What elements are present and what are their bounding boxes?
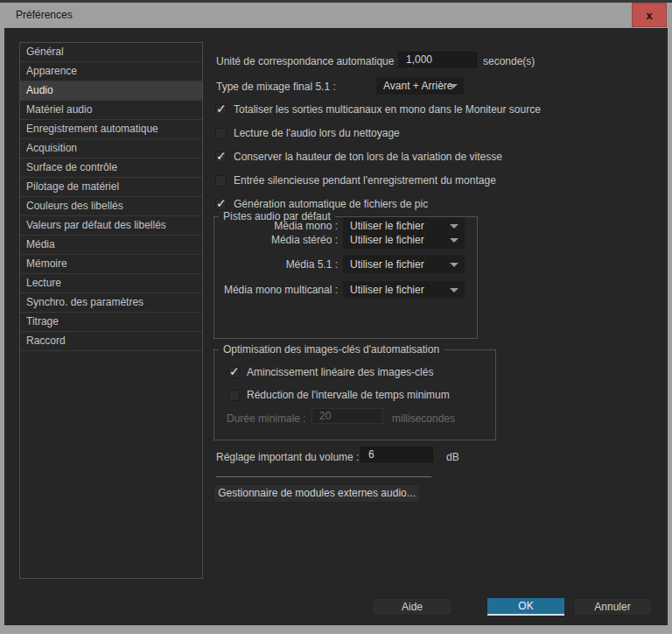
- sidebar-item-apparence[interactable]: Apparence: [20, 62, 202, 81]
- checkbox[interactable]: [215, 151, 227, 163]
- sidebar-item-enregistrement-automatique[interactable]: Enregistrement automatique: [20, 120, 202, 139]
- default-track-row: Média mono multicanal :Utiliser le fichi…: [214, 281, 477, 299]
- volume-adjustment-label: Réglage important du volume :: [216, 450, 359, 464]
- dropdown-value: Utiliser le fichier: [350, 220, 424, 232]
- automatch-unit-label: Unité de correspondance automatique :: [216, 54, 400, 68]
- min-duration-value: 20: [319, 410, 331, 422]
- automatch-unit-suffix: seconde(s): [483, 54, 535, 68]
- checkbox-row[interactable]: Lecture de l'audio lors du nettoyage: [215, 126, 541, 140]
- min-duration-suffix: millisecondes: [392, 412, 455, 426]
- keyframe-optimization-group: Optimisation des images-clés d'automatis…: [214, 349, 496, 440]
- sidebar-item-general[interactable]: Général: [20, 43, 202, 62]
- min-duration-label: Durée minimale :: [227, 412, 306, 426]
- chevron-down-icon: [450, 238, 458, 243]
- checkbox[interactable]: [228, 367, 240, 378]
- checkbox[interactable]: [215, 104, 227, 116]
- automatch-unit-input[interactable]: 1,000: [398, 52, 477, 67]
- dropdown-value: Utiliser le fichier: [350, 234, 424, 246]
- section-divider: [216, 476, 431, 477]
- sidebar-item-label: Acquisition: [26, 142, 77, 154]
- track-format-dropdown[interactable]: Utiliser le fichier: [343, 256, 465, 273]
- checkbox-label: Génération automatique de fichiers de pi…: [234, 197, 428, 211]
- window-border-right: [668, 28, 672, 625]
- sidebar-item-label: Audio: [26, 84, 53, 96]
- checkbox-row[interactable]: Génération automatique de fichiers de pi…: [215, 197, 541, 211]
- window-titlebar: Préférences: [0, 3, 672, 28]
- chevron-down-icon: [449, 84, 458, 88]
- track-type-label: Média stéréo :: [220, 233, 338, 247]
- window-border-bottom: [0, 625, 672, 634]
- checkbox[interactable]: [215, 199, 227, 210]
- volume-adjustment-suffix: dB: [446, 450, 459, 464]
- checkbox-row[interactable]: Totaliser les sorties multicanaux en mon…: [215, 102, 541, 116]
- sidebar-item-label: Raccord: [26, 335, 66, 347]
- sidebar-item-label: Apparence: [26, 65, 77, 77]
- sidebar-item-acquisition[interactable]: Acquisition: [20, 139, 202, 158]
- dropdown-value: Avant + Arrière: [383, 80, 453, 92]
- checkbox-row[interactable]: Conserver la hauteur de ton lors de la v…: [215, 150, 541, 164]
- checkbox[interactable]: [228, 390, 240, 401]
- audio-options-checkbox-group: Totaliser les sorties multicanaux en mon…: [215, 102, 541, 211]
- help-button[interactable]: Aide: [372, 598, 452, 616]
- chevron-down-icon: [450, 263, 458, 267]
- window-title: Préférences: [16, 9, 73, 21]
- dropdown-value: Utiliser le fichier: [350, 284, 424, 296]
- sidebar-item-titrage[interactable]: Titrage: [20, 313, 202, 332]
- sidebar-item-label: Média: [26, 238, 55, 250]
- sidebar-item-couleurs-des-libelles[interactable]: Couleurs des libellés: [20, 197, 202, 216]
- track-type-label: Média 5.1 :: [220, 257, 338, 271]
- sidebar-item-synchro-des-parametres[interactable]: Synchro. des paramètres: [20, 293, 202, 313]
- sidebar-item-label: Couleurs des libellés: [26, 200, 123, 212]
- downmix-type-dropdown[interactable]: Avant + Arrière: [376, 77, 464, 95]
- checkbox-label: Conserver la hauteur de ton lors de la v…: [234, 150, 502, 164]
- dropdown-value: Utiliser le fichier: [350, 258, 424, 271]
- track-format-dropdown[interactable]: Utiliser le fichier: [343, 281, 465, 299]
- sidebar-item-label: Enregistrement automatique: [26, 123, 158, 135]
- default-audio-tracks-group: Pistes audio par défaut Média mono :Util…: [214, 216, 478, 339]
- sidebar-item-label: Lecture: [26, 277, 61, 289]
- keyframe-optimization-title: Optimisation des images-clés d'automatis…: [219, 343, 444, 356]
- sidebar-item-valeurs-par-defaut-des-libelles[interactable]: Valeurs par défaut des libellés: [20, 216, 202, 236]
- ok-button[interactable]: OK: [487, 598, 564, 616]
- default-track-row: Média stéréo :Utiliser le fichier: [214, 231, 477, 249]
- window-border-left: [0, 28, 4, 625]
- preferences-category-list: GénéralApparenceAudioMatériel audioEnreg…: [19, 42, 203, 579]
- min-duration-input: 20: [312, 408, 383, 424]
- sidebar-item-label: Valeurs par défaut des libellés: [26, 219, 166, 231]
- chevron-down-icon: [450, 224, 458, 229]
- downmix-type-label: Type de mixage final 5.1 :: [216, 80, 336, 94]
- sidebar-item-memoire[interactable]: Mémoire: [20, 255, 202, 274]
- checkbox[interactable]: [215, 175, 227, 187]
- checkbox-row[interactable]: Réduction de l'intervalle de temps minim…: [228, 388, 450, 402]
- checkbox[interactable]: [215, 128, 227, 139]
- audio-plugin-manager-button[interactable]: Gestionnaire de modules externes audio..…: [214, 484, 420, 503]
- default-track-row: Média 5.1 :Utiliser le fichier: [214, 256, 477, 273]
- sidebar-item-audio[interactable]: Audio: [20, 81, 202, 101]
- sidebar-item-label: Surface de contrôle: [26, 161, 117, 173]
- sidebar-item-surface-de-controle[interactable]: Surface de contrôle: [20, 158, 202, 178]
- checkbox-label: Réduction de l'intervalle de temps minim…: [247, 388, 450, 402]
- sidebar-item-lecture[interactable]: Lecture: [20, 274, 202, 293]
- cancel-button[interactable]: Annuler: [573, 598, 652, 616]
- sidebar-item-materiel-audio[interactable]: Matériel audio: [20, 101, 202, 120]
- sidebar-item-label: Synchro. des paramètres: [26, 296, 144, 308]
- close-button[interactable]: x: [632, 3, 667, 27]
- track-format-dropdown[interactable]: Utiliser le fichier: [343, 231, 465, 249]
- sidebar-item-raccord[interactable]: Raccord: [20, 332, 202, 351]
- checkbox-label: Amincissement linéaire des images-clés: [247, 365, 433, 379]
- checkbox-label: Entrée silencieuse pendant l'enregistrem…: [234, 173, 496, 187]
- checkbox-row[interactable]: Amincissement linéaire des images-clés: [228, 365, 433, 379]
- sidebar-item-label: Mémoire: [26, 257, 67, 270]
- sidebar-item-media[interactable]: Média: [20, 236, 202, 255]
- close-icon: x: [646, 9, 652, 22]
- sidebar-item-pilotage-de-materiel[interactable]: Pilotage de matériel: [20, 178, 202, 197]
- volume-adjustment-value: 6: [368, 448, 374, 461]
- track-type-label: Média mono multicanal :: [220, 283, 338, 297]
- sidebar-item-label: Matériel audio: [26, 103, 92, 116]
- sidebar-item-label: Pilotage de matériel: [26, 180, 119, 193]
- sidebar-item-label: Général: [26, 46, 64, 58]
- sidebar-item-label: Titrage: [26, 315, 59, 328]
- checkbox-label: Lecture de l'audio lors du nettoyage: [234, 126, 400, 140]
- checkbox-row[interactable]: Entrée silencieuse pendant l'enregistrem…: [215, 173, 541, 187]
- volume-adjustment-input[interactable]: 6: [360, 447, 433, 462]
